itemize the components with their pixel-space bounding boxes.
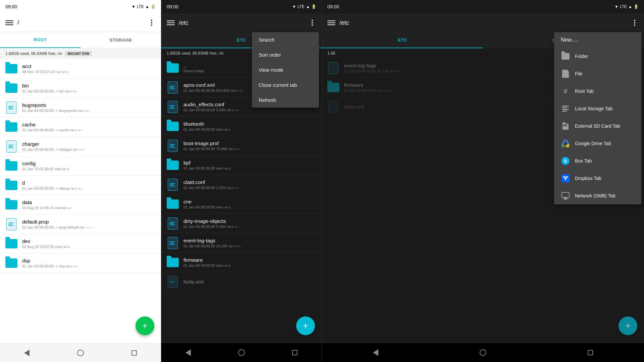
bottom-nav-1 [0,343,161,362]
dropdown-close-tab[interactable]: Close current tab [252,77,319,93]
file-name: firmware [183,257,316,263]
dropdown-refresh[interactable]: Refresh [252,93,319,108]
file-meta: 01 Jan 09 08:00:00 5.92K rw-r--r-- [183,225,316,229]
toolbar-title-2: /etc [179,19,304,26]
back-button-1[interactable] [20,346,34,360]
doc-icon [327,101,339,113]
back-button-3[interactable] [369,346,382,359]
file-meta: 01 Jan 09 08:00:00 -> dsp rw-r--r-- [22,264,156,268]
svg-rect-15 [562,192,569,197]
recents-button-2[interactable] [288,346,302,359]
file-item[interactable]: dsp 01 Jan 09 08:00:00 -> dsp rw-r--r-- [0,253,161,273]
fab-button-1[interactable]: + [136,316,154,335]
file-name: event-log-tags [183,238,316,243]
new-menu-3: New..... Folder File # Root Tab Local St… [554,32,641,204]
mount-button-1[interactable]: MOUNT R/W [65,51,92,56]
file-meta: 01 Jan 09 08:00:00 5.54K rw-r--r-- [183,108,316,112]
home-button-1[interactable] [74,346,87,360]
recents-button-3[interactable] [584,346,597,359]
dropdown-sort-order[interactable]: Sort order [252,47,319,62]
doc-icon [167,237,179,249]
battery-icon-3: 🔋 [634,4,639,9]
box-icon: b [561,156,570,166]
recents-button-1[interactable] [127,346,141,360]
phone-panel-2: 09:00 ▼ LTE ▲ 🔋 /etc ETC 1.88GB used, 86… [161,0,322,362]
file-item[interactable]: charger 01 Jan 09 08:00:00 -> charger rw… [0,137,161,156]
tab-root-1[interactable]: ROOT [0,32,80,48]
fab-button-3[interactable]: + [619,316,637,335]
back-button-2[interactable] [181,346,195,359]
folder-icon [5,238,17,250]
more-menu-2[interactable] [308,19,316,27]
tab-storage-1[interactable]: STORAGE [80,32,161,48]
toolbar-title-1: / [17,19,144,26]
file-item[interactable]: acct 08 Nov 73 03:37:14 r-xr-xr-x [0,59,161,78]
new-menu-root-tab[interactable]: # Root Tab [554,82,641,100]
file-name: charger [22,141,156,147]
signal-icon-2: ▲ [306,4,310,9]
home-button-2[interactable] [235,346,248,359]
new-menu-folder[interactable]: Folder [554,48,641,65]
file-item[interactable]: d 01 Jan 09 08:00:00 -> debug rw-r--r-- [0,176,161,195]
doc-icon [167,276,179,288]
file-item[interactable]: boot-image.prof 01 Jan 09 08:00:00 76.85… [161,136,322,156]
folder-icon [167,198,179,210]
new-menu-external-sd-tab[interactable]: External SD Card Tab [554,117,641,135]
dropdown-view-mode[interactable]: View mode [252,62,319,77]
new-menu-root-tab-label: Root Tab [575,88,594,94]
hamburger-menu-1[interactable] [5,19,13,27]
tab-etc-3[interactable]: ETC [322,32,483,48]
file-meta: 01 Jan 09 08:00:00 -> debug rw-r--r-- [22,186,156,190]
doc-icon [327,62,339,74]
file-item[interactable]: bugreports 01 Jan 09 08:00:00 -> bugrepo… [0,98,161,117]
file-item[interactable]: fonts.xml [161,272,322,292]
folder-icon [5,121,17,133]
file-item[interactable]: firmware 01 Jan 09 08:00:00 rwxr-xr-x [161,253,322,272]
fab-button-2[interactable]: + [296,316,315,335]
new-menu-network-tab[interactable]: Network (SMB) Tab [554,187,641,204]
file-item[interactable]: cne 01 Jan 09 08:00:00 rwxr-xr-x [161,194,322,214]
new-menu-gdrive-tab[interactable]: Google Drive Tab [554,135,641,152]
file-item[interactable]: config 01 Jan 70 01:00:01 rwxr-xr-x [0,156,161,176]
new-menu-dropbox-label: Dropbox Tab [575,176,601,181]
more-menu-1[interactable] [148,19,156,27]
file-item[interactable]: bpf 01 Jan 09 08:00:00 rwxr-xr-x [161,156,322,175]
svg-marker-10 [561,144,565,147]
file-item[interactable]: dev 02 Aug 20 19:02:55 rwxr-xr-x [0,234,161,253]
file-item[interactable]: cache 01 Jan 09 08:00:00 -> cache rw-r--… [0,117,161,137]
dropdown-search[interactable]: Search [252,32,319,47]
bottom-nav-2 [161,343,322,362]
home-button-3[interactable] [476,346,490,359]
file-meta: 01 Jan 09 08:00:00 -> bugreports rw-r--r… [22,109,156,113]
svg-marker-13 [564,178,567,180]
hamburger-menu-2[interactable] [167,19,175,27]
signal-icon-3: ▲ [628,4,632,9]
svg-rect-2 [563,124,564,126]
new-menu-box-tab[interactable]: b Box Tab [554,152,641,170]
file-name: d [22,180,156,186]
file-item[interactable]: dirty-image-objects 01 Jan 09 08:00:00 5… [161,214,322,233]
wifi-icon-3: ▼ [614,4,619,9]
file-item[interactable]: data 02 Aug 20 10:06:21 rwxrwx--x [0,195,161,215]
doc-icon [5,102,17,114]
folder-icon [167,159,179,171]
storage-info-3: 1.88 [327,51,335,56]
new-menu-dropbox-tab[interactable]: Dropbox Tab [554,170,641,187]
new-menu-local-storage-tab[interactable]: Local Storage Tab [554,100,641,117]
file-item[interactable]: bin 01 Jan 09 08:00:00 -> bin rw-r--r-- [0,78,161,98]
dropdown-menu-2: Search Sort order View mode Close curren… [252,32,319,108]
more-menu-3[interactable] [631,19,639,27]
file-item[interactable]: event-log-tags 01 Jan 09 08:00:00 24.22K… [161,233,322,253]
bottom-nav-3 [322,343,644,362]
new-menu-header: New..... [554,32,641,48]
new-menu-file[interactable]: File [554,65,641,82]
battery-icon-2: 🔋 [311,4,316,9]
file-meta: 01 Jan 70 01:00:01 rwxr-xr-x [22,167,156,171]
new-menu-local-storage-label: Local Storage Tab [575,106,613,111]
file-item[interactable]: default.prop 01 Jan 09 08:00:00 -> prop.… [0,215,161,234]
file-item[interactable]: clatd.conf 01 Jan 09 08:00:00 1.02K rw-r… [161,175,322,194]
hamburger-menu-3[interactable] [327,19,335,27]
file-item[interactable]: bluetooth 01 Jan 09 08:00:00 rwxr-xr-x [161,117,322,136]
doc-icon [5,218,17,230]
network-icon [561,191,570,200]
